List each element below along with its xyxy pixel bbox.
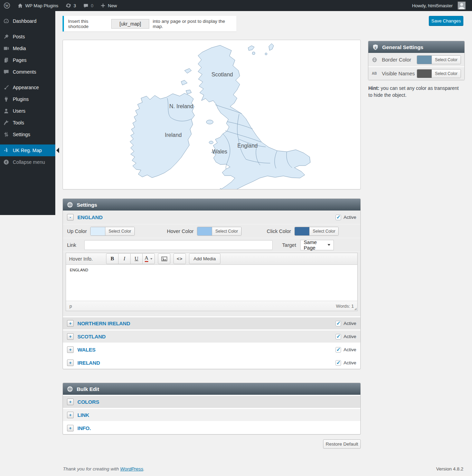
expand-wales-button[interactable]: + <box>67 346 74 353</box>
map-label-england: England <box>237 143 258 149</box>
sidebar-item-posts[interactable]: Posts <box>0 31 55 43</box>
underline-button[interactable]: U <box>130 253 143 264</box>
image-icon <box>161 256 167 261</box>
border-color-select-button[interactable]: Select Color <box>432 56 461 64</box>
comment-bubble-icon <box>83 3 89 9</box>
editor-status-bar: p Words: 1 ◢ <box>66 301 357 311</box>
sidebar-item-users[interactable]: Users <box>0 105 55 117</box>
footer-thanks: Thank you for creating with WordPress. <box>63 466 144 472</box>
england-active-checkbox[interactable] <box>336 215 341 220</box>
uk-map[interactable]: Scotland N. Ireland Ireland Wales Englan… <box>63 40 360 189</box>
bulk-edit-header: Bulk Edit <box>63 383 360 395</box>
england-link-row: Link Target Same Page <box>63 238 360 252</box>
save-changes-button[interactable]: Save Changes <box>429 16 463 26</box>
settings-header: Settings <box>63 199 360 211</box>
updates-menu[interactable]: 3 <box>62 0 79 11</box>
globe-icon <box>67 202 73 208</box>
expand-northern-ireland-button[interactable]: + <box>67 320 74 327</box>
avatar <box>457 1 466 10</box>
click-color-swatch[interactable] <box>295 227 309 235</box>
my-account-menu[interactable]: Howdy, html5master <box>408 0 469 11</box>
up-color-picker[interactable]: Select Color <box>90 227 134 236</box>
expand-colors-button[interactable]: + <box>67 399 74 405</box>
expand-link-button[interactable]: + <box>67 412 74 418</box>
sidebar-item-appearance[interactable]: Appearance <box>0 82 55 93</box>
ireland-active-checkbox[interactable] <box>336 360 341 366</box>
expand-ireland-button[interactable]: + <box>67 360 74 366</box>
editor-content[interactable]: ENGLAND <box>66 265 357 301</box>
wordpress-logo-icon: W <box>3 2 10 9</box>
media-icon <box>3 45 10 52</box>
collapse-icon <box>3 159 10 166</box>
england-header-row: - ENGLAND Active <box>63 211 360 224</box>
map-region-great-britain[interactable] <box>198 45 310 189</box>
link-label: Link <box>67 242 76 248</box>
wales-active-checkbox[interactable] <box>336 347 341 353</box>
expand-info-button[interactable]: + <box>67 425 74 431</box>
insert-image-button[interactable] <box>158 253 170 264</box>
england-section: - ENGLAND Active Up Color Select Color H… <box>63 211 360 316</box>
northern-ireland-active-checkbox[interactable] <box>336 321 341 326</box>
region-row-wales: + WALES Active <box>63 344 360 356</box>
hover-color-swatch[interactable] <box>197 227 212 235</box>
sidebar-item-media[interactable]: Media <box>0 43 55 54</box>
sidebar-item-dashboard[interactable]: Dashboard <box>0 15 55 27</box>
site-menu[interactable]: WP Map Plugins <box>14 0 62 11</box>
sidebar-item-tools[interactable]: Tools <box>0 117 55 129</box>
pages-icon <box>3 57 10 64</box>
comments-menu[interactable]: 0 <box>79 0 97 11</box>
visible-names-label: Visible Names <box>382 71 417 76</box>
sidebar-item-uk-reg-map[interactable]: UK Reg. Map <box>0 144 55 156</box>
hover-color-picker[interactable]: Select Color <box>197 227 241 236</box>
comments-count: 0 <box>91 3 93 8</box>
click-color-label: Click Color <box>267 228 291 234</box>
expand-scotland-button[interactable]: + <box>67 333 74 340</box>
text-color-button[interactable]: A <box>142 253 155 264</box>
hover-color-label: Hover Color <box>167 228 193 234</box>
hover-color-select-button[interactable]: Select Color <box>212 227 241 235</box>
click-color-picker[interactable]: Select Color <box>294 227 339 236</box>
scotland-active-checkbox[interactable] <box>336 334 341 339</box>
border-color-picker[interactable]: Select Color <box>417 55 461 64</box>
click-color-select-button[interactable]: Select Color <box>309 227 338 235</box>
target-select[interactable]: Same Page <box>300 240 334 250</box>
pushpin-icon <box>3 33 10 40</box>
add-media-button[interactable]: Add Media <box>189 253 220 264</box>
up-color-select-button[interactable]: Select Color <box>105 227 134 235</box>
sidebar-item-settings[interactable]: Settings <box>0 129 55 140</box>
visible-names-swatch[interactable] <box>417 69 432 78</box>
user-icon <box>3 108 10 114</box>
wordpress-logo[interactable]: W <box>0 0 14 11</box>
general-settings-panel: g General Settings Border Color Select C… <box>368 41 465 80</box>
map-anglesey[interactable] <box>209 141 213 144</box>
collapse-england-button[interactable]: - <box>67 214 74 221</box>
uk-map-icon <box>3 147 10 154</box>
link-input[interactable] <box>84 240 273 250</box>
site-name: WP Map Plugins <box>25 3 58 8</box>
visible-names-picker[interactable]: Select Color <box>417 69 461 78</box>
editor-block-path[interactable]: p <box>69 304 72 309</box>
england-colors-row: Up Color Select Color Hover Color Select… <box>63 224 360 238</box>
shortcode-value[interactable]: [ukr_map] <box>111 19 149 29</box>
border-color-swatch[interactable] <box>417 56 432 64</box>
up-color-swatch[interactable] <box>91 227 105 235</box>
resize-grip-icon[interactable]: ◢ <box>354 307 357 310</box>
bold-button[interactable]: B <box>106 253 119 264</box>
restore-default-button[interactable]: Restore Default <box>323 439 361 449</box>
settings-title: Settings <box>77 202 97 208</box>
sidebar-item-plugins[interactable]: Plugins <box>0 93 55 105</box>
code-button[interactable]: <> <box>173 253 186 264</box>
sidebar-item-comments[interactable]: Comments <box>0 66 55 78</box>
bulk-row-info: + INFO. <box>63 422 360 434</box>
visible-names-select-button[interactable]: Select Color <box>432 69 461 78</box>
map-isle-of-man[interactable] <box>206 120 213 124</box>
italic-button[interactable]: I <box>118 253 131 264</box>
region-name-england[interactable]: ENGLAND <box>77 214 103 220</box>
wordpress-link[interactable]: WordPress <box>120 466 143 472</box>
england-active-label: Active <box>343 215 356 220</box>
new-menu[interactable]: New <box>97 0 120 11</box>
plugin-icon <box>3 96 10 103</box>
sidebar-item-collapse-menu[interactable]: Collapse menu <box>0 156 55 168</box>
editor-word-count: Words: 1 <box>336 304 354 309</box>
sidebar-item-pages[interactable]: Pages <box>0 54 55 66</box>
